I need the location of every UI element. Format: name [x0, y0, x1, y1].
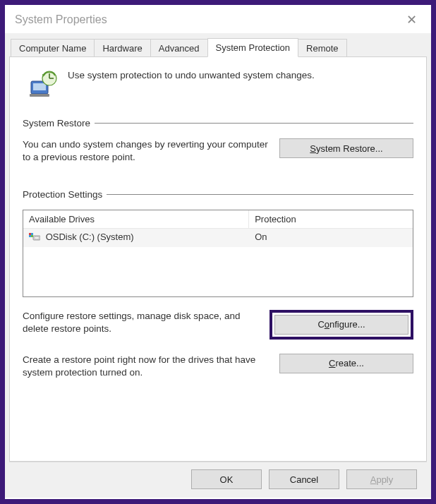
disk-icon — [29, 232, 40, 244]
configure-description: Configure restore settings, manage disk … — [23, 310, 258, 335]
create-description: Create a restore point right now for the… — [23, 354, 268, 379]
create-row: Create a restore point right now for the… — [23, 354, 413, 379]
window-title: System Properties — [15, 13, 107, 26]
svg-rect-7 — [31, 235, 33, 237]
client-area: Computer Name Hardware Advanced System P… — [5, 33, 431, 498]
tab-strip: Computer Name Hardware Advanced System P… — [9, 37, 427, 56]
cancel-button[interactable]: Cancel — [269, 469, 339, 489]
system-restore-button[interactable]: System Restore... — [279, 138, 413, 158]
configure-button[interactable]: Configure... — [274, 315, 408, 335]
svg-rect-1 — [33, 83, 46, 90]
group-label-restore: System Restore — [23, 118, 413, 128]
system-protection-icon — [28, 68, 58, 98]
configure-row: Configure restore settings, manage disk … — [23, 310, 413, 340]
drive-name: OSDisk (C:) (System) — [46, 232, 134, 242]
ok-button[interactable]: OK — [191, 469, 262, 489]
tab-computer-name[interactable]: Computer Name — [11, 39, 95, 57]
tab-advanced[interactable]: Advanced — [150, 39, 208, 57]
drive-table-header: Available Drives Protection — [23, 210, 413, 229]
intro-row: Use system protection to undo unwanted s… — [23, 68, 413, 98]
section-protection-settings: Protection Settings Available Drives Pro… — [23, 189, 413, 379]
svg-point-9 — [35, 236, 40, 239]
drive-table-empty — [23, 247, 413, 296]
group-label-protection: Protection Settings — [23, 189, 413, 200]
svg-rect-2 — [30, 94, 49, 97]
tab-remote[interactable]: Remote — [298, 39, 347, 57]
intro-text: Use system protection to undo unwanted s… — [68, 68, 315, 80]
table-row[interactable]: OSDisk (C:) (System) On — [23, 229, 413, 246]
configure-highlight: Configure... — [270, 310, 413, 340]
svg-rect-6 — [29, 233, 31, 235]
col-header-protection: Protection — [249, 210, 413, 228]
close-icon[interactable]: ✕ — [402, 11, 421, 29]
section-system-restore: System Restore You can undo system chang… — [23, 118, 413, 164]
titlebar: System Properties ✕ — [5, 5, 431, 33]
tab-panel: Use system protection to undo unwanted s… — [9, 56, 427, 462]
restore-description: You can undo system changes by reverting… — [23, 138, 268, 164]
drive-cell: OSDisk (C:) (System) — [23, 229, 249, 246]
protection-cell: On — [249, 229, 413, 246]
apply-button[interactable]: Apply — [346, 469, 417, 489]
dialog-footer: OK Cancel Apply — [9, 462, 427, 498]
drive-table[interactable]: Available Drives Protection — [23, 210, 413, 296]
create-button[interactable]: Create... — [279, 354, 413, 373]
col-header-drives: Available Drives — [23, 210, 249, 228]
tab-hardware[interactable]: Hardware — [94, 39, 150, 57]
tab-system-protection[interactable]: System Protection — [207, 38, 299, 57]
